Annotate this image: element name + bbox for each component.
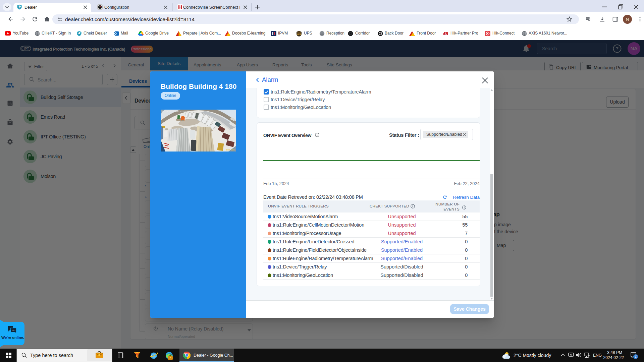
svg-text:B04 1 80: B04 1 80	[226, 149, 235, 151]
svg-text:UPS: UPS	[297, 33, 301, 35]
svg-text:02-22-2024 Thu 13:48:12: 02-22-2024 Thu 13:48:12	[162, 111, 190, 113]
svg-text:Pro: Pro	[445, 34, 447, 35]
